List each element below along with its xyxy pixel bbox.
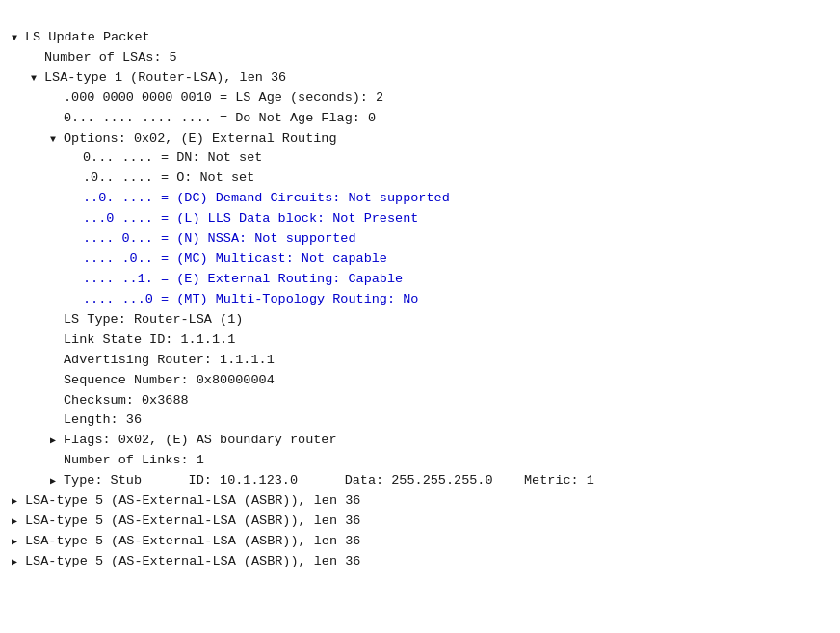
toggle-expanded-lsa-type1[interactable]: ▼ bbox=[31, 71, 44, 87]
line-text-checksum: Checksum: 0x3688 bbox=[64, 391, 189, 411]
line-text-link-state-id: Link State ID: 1.1.1.1 bbox=[64, 330, 235, 351]
line-text-lsa5-2: LSA-type 5 (AS-External-LSA (ASBR)), len… bbox=[25, 512, 360, 532]
tree-line-o-bit: .0.. .... = O: Not set bbox=[12, 169, 828, 189]
line-text-lsa5-3: LSA-type 5 (AS-External-LSA (ASBR)), len… bbox=[25, 532, 360, 552]
tree-line-options: ▼Options: 0x02, (E) External Routing bbox=[12, 129, 828, 149]
line-text-num-lsas: Number of LSAs: 5 bbox=[44, 48, 177, 68]
line-text-type-stub: Type: Stub ID: 10.1.123.0 Data: 255.255.… bbox=[64, 471, 594, 491]
tree-line-mc-bit: .... .0.. = (MC) Multicast: Not capable bbox=[12, 250, 828, 270]
toggle-collapsed-lsa5-3[interactable]: ▶ bbox=[12, 535, 25, 550]
toggle-collapsed-lsa5-1[interactable]: ▶ bbox=[12, 494, 25, 510]
toggle-expanded-options[interactable]: ▼ bbox=[50, 132, 64, 147]
tree-line-ls-update: ▼LS Update Packet bbox=[12, 28, 828, 48]
tree-line-flags: ▶Flags: 0x02, (E) AS boundary router bbox=[12, 431, 828, 451]
packet-tree: ▼LS Update PacketNumber of LSAs: 5▼LSA-t… bbox=[12, 8, 828, 572]
line-text-length: Length: 36 bbox=[64, 410, 142, 431]
tree-line-lsa5-2: ▶LSA-type 5 (AS-External-LSA (ASBR)), le… bbox=[12, 512, 828, 532]
line-text-ls-type: LS Type: Router-LSA (1) bbox=[64, 310, 243, 330]
tree-line-mt-bit: .... ...0 = (MT) Multi-Topology Routing:… bbox=[12, 290, 828, 310]
line-text-lsa-type1: LSA-type 1 (Router-LSA), len 36 bbox=[44, 68, 286, 89]
line-text-lsa5-1: LSA-type 5 (AS-External-LSA (ASBR)), len… bbox=[25, 491, 360, 512]
line-text-l-bit: ...0 .... = (L) LLS Data block: Not Pres… bbox=[83, 209, 418, 229]
tree-line-checksum: Checksum: 0x3688 bbox=[12, 391, 828, 411]
toggle-expanded-ls-update[interactable]: ▼ bbox=[12, 31, 25, 46]
line-text-lsa5-4: LSA-type 5 (AS-External-LSA (ASBR)), len… bbox=[25, 552, 360, 572]
line-text-adv-router: Advertising Router: 1.1.1.1 bbox=[64, 351, 275, 371]
toggle-collapsed-flags[interactable]: ▶ bbox=[50, 434, 64, 449]
tree-line-num-links: Number of Links: 1 bbox=[12, 451, 828, 471]
tree-line-lsa5-4: ▶LSA-type 5 (AS-External-LSA (ASBR)), le… bbox=[12, 552, 828, 572]
tree-line-length: Length: 36 bbox=[12, 410, 828, 431]
tree-line-seq-num: Sequence Number: 0x80000004 bbox=[12, 371, 828, 391]
line-text-mt-bit: .... ...0 = (MT) Multi-Topology Routing:… bbox=[83, 290, 418, 310]
tree-line-link-state-id: Link State ID: 1.1.1.1 bbox=[12, 330, 828, 351]
line-text-num-links: Number of Links: 1 bbox=[64, 451, 204, 471]
tree-line-do-not-age: 0... .... .... .... = Do Not Age Flag: 0 bbox=[12, 109, 828, 129]
line-text-ls-age: .000 0000 0000 0010 = LS Age (seconds): … bbox=[64, 89, 383, 109]
tree-line-ls-type: LS Type: Router-LSA (1) bbox=[12, 310, 828, 330]
tree-line-lsa5-1: ▶LSA-type 5 (AS-External-LSA (ASBR)), le… bbox=[12, 491, 828, 512]
tree-line-ls-age: .000 0000 0000 0010 = LS Age (seconds): … bbox=[12, 89, 828, 109]
line-text-dc-bit: ..0. .... = (DC) Demand Circuits: Not su… bbox=[83, 189, 450, 209]
line-text-options: Options: 0x02, (E) External Routing bbox=[64, 129, 337, 149]
tree-line-e-bit: .... ..1. = (E) External Routing: Capabl… bbox=[12, 270, 828, 290]
line-text-e-bit: .... ..1. = (E) External Routing: Capabl… bbox=[83, 270, 403, 290]
line-text-seq-num: Sequence Number: 0x80000004 bbox=[64, 371, 275, 391]
tree-line-lsa-type1: ▼LSA-type 1 (Router-LSA), len 36 bbox=[12, 68, 828, 89]
tree-line-type-stub: ▶Type: Stub ID: 10.1.123.0 Data: 255.255… bbox=[12, 471, 828, 491]
line-text-mc-bit: .... .0.. = (MC) Multicast: Not capable bbox=[83, 250, 387, 270]
tree-line-num-lsas: Number of LSAs: 5 bbox=[12, 48, 828, 68]
line-text-n-bit: .... 0... = (N) NSSA: Not supported bbox=[83, 229, 356, 250]
line-text-do-not-age: 0... .... .... .... = Do Not Age Flag: 0 bbox=[64, 109, 376, 129]
toggle-collapsed-type-stub[interactable]: ▶ bbox=[50, 474, 64, 489]
line-text-ls-update: LS Update Packet bbox=[25, 28, 150, 48]
toggle-collapsed-lsa5-4[interactable]: ▶ bbox=[12, 555, 25, 570]
line-text-dn-bit: 0... .... = DN: Not set bbox=[83, 148, 262, 169]
tree-line-lsa5-3: ▶LSA-type 5 (AS-External-LSA (ASBR)), le… bbox=[12, 532, 828, 552]
tree-line-dc-bit: ..0. .... = (DC) Demand Circuits: Not su… bbox=[12, 189, 828, 209]
tree-line-dn-bit: 0... .... = DN: Not set bbox=[12, 148, 828, 169]
toggle-collapsed-lsa5-2[interactable]: ▶ bbox=[12, 514, 25, 530]
tree-line-adv-router: Advertising Router: 1.1.1.1 bbox=[12, 351, 828, 371]
tree-line-l-bit: ...0 .... = (L) LLS Data block: Not Pres… bbox=[12, 209, 828, 229]
line-text-o-bit: .0.. .... = O: Not set bbox=[83, 169, 254, 189]
line-text-flags: Flags: 0x02, (E) AS boundary router bbox=[64, 431, 337, 451]
tree-line-n-bit: .... 0... = (N) NSSA: Not supported bbox=[12, 229, 828, 250]
